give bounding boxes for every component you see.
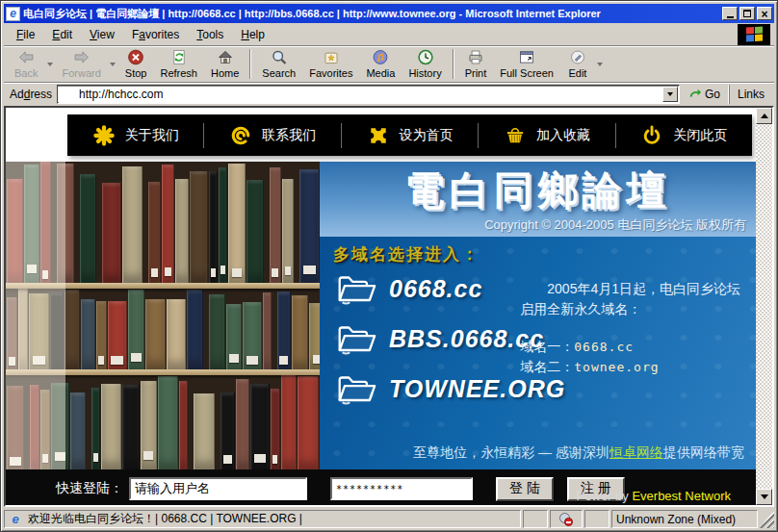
quick-login-bar: 快速登陆： 登 陆 注 册 Power by Everbest Network — [6, 469, 756, 505]
web-page: 关于我们 联系我们 设为首页 — [6, 108, 756, 505]
quick-login-label: 快速登陆： — [56, 480, 123, 497]
sponsor-line: 至尊地位，永恒精彩 — 感谢深圳恒卓网络提供网络带宽 — [413, 444, 744, 462]
maximize-button[interactable] — [739, 7, 755, 20]
menu-bar: File Edit View Favorites Tools Help — [4, 23, 774, 46]
nav-add-favorite[interactable]: 加入收藏 — [479, 114, 614, 156]
everbest-link[interactable]: Everbest Network — [632, 489, 731, 503]
username-input[interactable] — [129, 477, 307, 500]
fullscreen-icon — [516, 48, 537, 66]
vertical-scrollbar[interactable] — [756, 108, 772, 505]
domain-notice: 2005年4月1日起，电白同乡论坛 启用全新永久域名： 域名一：0668.cc … — [520, 279, 740, 377]
banner-body: 多域名选择进入： 0668.cc — [320, 237, 756, 469]
menu-help[interactable]: Help — [232, 25, 273, 44]
menu-edit[interactable]: Edit — [43, 25, 81, 44]
stop-icon — [125, 48, 146, 66]
banner-title-band: 電白同鄉論壇 Copyright © 2004-2005 电白同乡论坛 版权所有 — [320, 162, 756, 237]
maximize-icon — [743, 10, 751, 17]
folder-icon — [333, 371, 377, 407]
address-bar: Address Go Links — [4, 83, 774, 106]
edit-button[interactable]: Edit — [560, 47, 595, 81]
sponsor-link[interactable]: 恒卓网络 — [609, 444, 663, 460]
ie-page-icon — [9, 513, 22, 526]
print-icon — [465, 48, 486, 66]
status-panel-empty — [584, 510, 609, 528]
edit-dropdown[interactable] — [595, 47, 606, 81]
back-dropdown[interactable] — [44, 47, 55, 81]
media-icon — [370, 48, 391, 66]
ie-throbber — [738, 24, 770, 45]
history-button[interactable]: History — [402, 47, 448, 81]
menu-view[interactable]: View — [81, 25, 123, 44]
password-input[interactable] — [330, 477, 473, 500]
folder-icon — [333, 271, 377, 307]
menu-favorites[interactable]: Favorites — [123, 25, 188, 44]
media-button[interactable]: Media — [359, 47, 402, 81]
address-field — [57, 85, 680, 104]
page-header-area: 关于我们 联系我们 设为首页 — [6, 108, 756, 162]
browser-viewport: 关于我们 联系我们 设为首页 — [4, 106, 774, 507]
fullscreen-button[interactable]: Full Screen — [493, 47, 560, 81]
search-button[interactable]: Search — [255, 47, 302, 81]
domains-heading: 多域名选择进入： — [333, 243, 480, 266]
scroll-down-button[interactable] — [756, 489, 772, 505]
title-bar[interactable]: 电白同乡论坛 | 電白同鄉論壇 | http://0668.cc | http:… — [4, 4, 774, 23]
bookshelf-photo — [6, 162, 320, 469]
stop-button[interactable]: Stop — [118, 47, 154, 81]
hero-section: 電白同鄉論壇 Copyright © 2004-2005 电白同乡论坛 版权所有… — [6, 162, 756, 469]
power-icon — [640, 124, 663, 147]
domain-two-line: 域名二：townee.org — [520, 357, 740, 377]
window-title: 电白同乡论坛 | 電白同鄉論壇 | http://0668.cc | http:… — [23, 7, 720, 21]
nav-about[interactable]: 关于我们 — [67, 114, 203, 156]
nav-close-page[interactable]: 关闭此页 — [616, 114, 752, 156]
basket-icon — [504, 124, 527, 147]
scroll-up-button[interactable] — [756, 108, 772, 124]
site-nav-bar: 关于我们 联系我们 设为首页 — [67, 114, 752, 156]
login-button[interactable]: 登 陆 — [496, 477, 554, 501]
forum-banner-panel: 電白同鄉論壇 Copyright © 2004-2005 电白同乡论坛 版权所有… — [320, 162, 756, 469]
zone-text: Unknown Zone (Mixed) — [616, 513, 736, 526]
address-label: Address — [8, 88, 52, 101]
go-button[interactable]: Go — [685, 88, 724, 101]
notice-line-1: 2005年4月1日起，电白同乡论坛 — [520, 279, 740, 299]
favorites-icon — [321, 48, 342, 66]
search-icon — [269, 48, 290, 66]
print-button[interactable]: Print — [458, 47, 494, 81]
forward-dropdown[interactable] — [108, 47, 118, 81]
nav-contact[interactable]: 联系我们 — [204, 114, 340, 156]
home-icon — [215, 48, 236, 66]
history-icon — [415, 48, 436, 66]
notice-line-2: 启用全新永久域名： — [520, 299, 740, 319]
status-bar: 欢迎光临电白同乡论坛！| 0668.CC | TOWNEE.ORG | Unkn… — [4, 507, 774, 528]
home-button[interactable]: Home — [204, 47, 246, 81]
status-panel-empty — [523, 510, 548, 528]
address-dropdown-button[interactable] — [662, 87, 678, 102]
favorites-button[interactable]: Favorites — [302, 47, 359, 81]
scrollbar-track[interactable] — [756, 124, 772, 489]
back-button[interactable]: Back — [8, 47, 44, 81]
status-message: 欢迎光临电白同乡论坛！| 0668.CC | TOWNEE.ORG | — [28, 511, 302, 527]
edit-icon — [567, 48, 588, 66]
close-button[interactable] — [757, 7, 772, 20]
gear-icon — [367, 124, 390, 147]
minimize-button[interactable] — [722, 7, 738, 20]
refresh-button[interactable]: Refresh — [153, 47, 204, 81]
standard-toolbar: Back Forward Stop Refresh — [4, 46, 774, 83]
menu-tools[interactable]: Tools — [188, 25, 232, 44]
windows-flag-icon — [746, 26, 763, 41]
restricted-globe-icon — [559, 513, 573, 526]
domain-one-line: 域名一：0668.cc — [520, 337, 740, 357]
minimize-icon — [727, 16, 734, 18]
powered-by: Power by Everbest Network — [577, 489, 731, 503]
photo-highlight — [6, 162, 65, 469]
go-arrow-icon — [688, 88, 702, 101]
refresh-icon — [169, 48, 190, 66]
links-bar[interactable]: Links — [729, 85, 770, 104]
status-zone-icon-panel — [550, 510, 583, 528]
browser-window: 电白同乡论坛 | 電白同鄉論壇 | http://0668.cc | http:… — [0, 0, 778, 532]
copyright-text: Copyright © 2004-2005 电白同乡论坛 版权所有 — [484, 216, 746, 234]
resize-grip[interactable] — [760, 510, 774, 528]
address-input[interactable] — [58, 87, 662, 102]
menu-file[interactable]: File — [8, 25, 43, 44]
nav-set-homepage[interactable]: 设为首页 — [342, 114, 478, 156]
forward-button[interactable]: Forward — [55, 47, 107, 81]
